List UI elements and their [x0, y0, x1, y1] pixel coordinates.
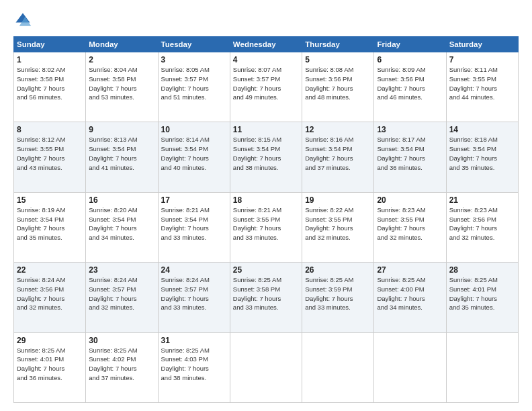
day-info: Sunrise: 8:18 AMSunset: 3:54 PMDaylight:… — [449, 135, 515, 172]
day-info: Sunrise: 8:05 AMSunset: 3:57 PMDaylight:… — [161, 65, 227, 102]
calendar-table: SundayMondayTuesdayWednesdayThursdayFrid… — [13, 36, 519, 403]
logo — [13, 11, 35, 30]
calendar-cell: 1Sunrise: 8:02 AMSunset: 3:58 PMDaylight… — [14, 52, 86, 122]
day-number: 9 — [89, 125, 154, 134]
day-number: 21 — [449, 195, 515, 205]
day-info: Sunrise: 8:25 AMSunset: 4:03 PMDaylight:… — [161, 346, 227, 383]
day-info: Sunrise: 8:25 AMSunset: 3:58 PMDaylight:… — [233, 275, 299, 312]
day-number: 25 — [233, 265, 299, 275]
calendar-header-wednesday: Wednesday — [230, 37, 302, 52]
calendar-cell: 15Sunrise: 8:19 AMSunset: 3:54 PMDayligh… — [14, 192, 86, 262]
day-info: Sunrise: 8:13 AMSunset: 3:54 PMDaylight:… — [89, 135, 154, 172]
calendar-cell: 30Sunrise: 8:25 AMSunset: 4:02 PMDayligh… — [86, 332, 158, 402]
day-number: 1 — [17, 55, 83, 64]
calendar-cell: 25Sunrise: 8:25 AMSunset: 3:58 PMDayligh… — [230, 263, 302, 332]
calendar-cell: 20Sunrise: 8:23 AMSunset: 3:55 PMDayligh… — [374, 192, 446, 262]
day-info: Sunrise: 8:25 AMSunset: 4:01 PMDaylight:… — [17, 346, 83, 383]
logo-icon — [13, 11, 32, 30]
calendar-cell — [230, 332, 302, 402]
day-info: Sunrise: 8:24 AMSunset: 3:57 PMDaylight:… — [89, 275, 154, 312]
calendar-cell: 13Sunrise: 8:17 AMSunset: 3:54 PMDayligh… — [374, 122, 446, 192]
day-number: 26 — [305, 265, 371, 275]
day-number: 15 — [17, 195, 83, 205]
calendar-header-saturday: Saturday — [446, 37, 518, 52]
calendar-cell: 9Sunrise: 8:13 AMSunset: 3:54 PMDaylight… — [86, 122, 158, 192]
calendar-cell: 11Sunrise: 8:15 AMSunset: 3:54 PMDayligh… — [230, 122, 302, 192]
calendar-cell: 7Sunrise: 8:11 AMSunset: 3:55 PMDaylight… — [446, 52, 518, 122]
calendar-cell: 23Sunrise: 8:24 AMSunset: 3:57 PMDayligh… — [86, 263, 158, 332]
day-number: 11 — [233, 125, 299, 134]
day-number: 24 — [161, 265, 227, 275]
day-number: 16 — [89, 195, 154, 205]
day-info: Sunrise: 8:11 AMSunset: 3:55 PMDaylight:… — [449, 65, 515, 102]
day-number: 3 — [161, 55, 227, 64]
calendar-cell: 4Sunrise: 8:07 AMSunset: 3:57 PMDaylight… — [230, 52, 302, 122]
day-number: 4 — [233, 55, 299, 64]
day-info: Sunrise: 8:02 AMSunset: 3:58 PMDaylight:… — [17, 65, 83, 102]
calendar-cell: 21Sunrise: 8:23 AMSunset: 3:56 PMDayligh… — [446, 192, 518, 262]
day-number: 18 — [233, 195, 299, 205]
day-number: 22 — [17, 265, 83, 275]
calendar-header-monday: Monday — [86, 37, 158, 52]
calendar-header-tuesday: Tuesday — [158, 37, 230, 52]
calendar-cell: 18Sunrise: 8:21 AMSunset: 3:55 PMDayligh… — [230, 192, 302, 262]
day-info: Sunrise: 8:16 AMSunset: 3:54 PMDaylight:… — [305, 135, 371, 172]
day-info: Sunrise: 8:08 AMSunset: 3:56 PMDaylight:… — [305, 65, 371, 102]
day-info: Sunrise: 8:12 AMSunset: 3:55 PMDaylight:… — [17, 135, 83, 172]
day-info: Sunrise: 8:25 AMSunset: 3:59 PMDaylight:… — [305, 275, 371, 312]
day-info: Sunrise: 8:21 AMSunset: 3:54 PMDaylight:… — [161, 205, 227, 242]
day-number: 7 — [449, 55, 515, 64]
day-info: Sunrise: 8:25 AMSunset: 4:00 PMDaylight:… — [377, 275, 443, 312]
day-number: 23 — [89, 265, 154, 275]
day-info: Sunrise: 8:15 AMSunset: 3:54 PMDaylight:… — [233, 135, 299, 172]
calendar-cell: 26Sunrise: 8:25 AMSunset: 3:59 PMDayligh… — [302, 263, 374, 332]
calendar-header-row: SundayMondayTuesdayWednesdayThursdayFrid… — [14, 37, 519, 52]
day-number: 31 — [161, 336, 227, 345]
calendar-cell: 17Sunrise: 8:21 AMSunset: 3:54 PMDayligh… — [158, 192, 230, 262]
calendar-cell: 14Sunrise: 8:18 AMSunset: 3:54 PMDayligh… — [446, 122, 518, 192]
day-number: 6 — [377, 55, 443, 64]
calendar-cell: 10Sunrise: 8:14 AMSunset: 3:54 PMDayligh… — [158, 122, 230, 192]
day-number: 19 — [305, 195, 371, 205]
calendar-week-3: 15Sunrise: 8:19 AMSunset: 3:54 PMDayligh… — [14, 192, 519, 262]
day-info: Sunrise: 8:23 AMSunset: 3:56 PMDaylight:… — [449, 205, 515, 242]
day-info: Sunrise: 8:09 AMSunset: 3:56 PMDaylight:… — [377, 65, 443, 102]
calendar-cell: 8Sunrise: 8:12 AMSunset: 3:55 PMDaylight… — [14, 122, 86, 192]
calendar-cell: 24Sunrise: 8:24 AMSunset: 3:57 PMDayligh… — [158, 263, 230, 332]
calendar-header-thursday: Thursday — [302, 37, 374, 52]
calendar-week-2: 8Sunrise: 8:12 AMSunset: 3:55 PMDaylight… — [14, 122, 519, 192]
day-info: Sunrise: 8:14 AMSunset: 3:54 PMDaylight:… — [161, 135, 227, 172]
calendar-cell: 3Sunrise: 8:05 AMSunset: 3:57 PMDaylight… — [158, 52, 230, 122]
day-number: 5 — [305, 55, 371, 64]
day-number: 2 — [89, 55, 154, 64]
page: SundayMondayTuesdayWednesdayThursdayFrid… — [0, 0, 532, 411]
calendar-cell: 16Sunrise: 8:20 AMSunset: 3:54 PMDayligh… — [86, 192, 158, 262]
day-number: 29 — [17, 336, 83, 345]
calendar-week-5: 29Sunrise: 8:25 AMSunset: 4:01 PMDayligh… — [14, 332, 519, 402]
day-info: Sunrise: 8:24 AMSunset: 3:57 PMDaylight:… — [161, 275, 227, 312]
day-number: 14 — [449, 125, 515, 134]
day-info: Sunrise: 8:19 AMSunset: 3:54 PMDaylight:… — [17, 205, 83, 242]
calendar-header-friday: Friday — [374, 37, 446, 52]
day-info: Sunrise: 8:04 AMSunset: 3:58 PMDaylight:… — [89, 65, 154, 102]
calendar-cell: 6Sunrise: 8:09 AMSunset: 3:56 PMDaylight… — [374, 52, 446, 122]
day-number: 20 — [377, 195, 443, 205]
day-info: Sunrise: 8:17 AMSunset: 3:54 PMDaylight:… — [377, 135, 443, 172]
day-info: Sunrise: 8:23 AMSunset: 3:55 PMDaylight:… — [377, 205, 443, 242]
day-info: Sunrise: 8:25 AMSunset: 4:02 PMDaylight:… — [89, 346, 154, 383]
day-info: Sunrise: 8:22 AMSunset: 3:55 PMDaylight:… — [305, 205, 371, 242]
day-number: 27 — [377, 265, 443, 275]
calendar-cell: 28Sunrise: 8:25 AMSunset: 4:01 PMDayligh… — [446, 263, 518, 332]
calendar-cell — [446, 332, 518, 402]
calendar-header-sunday: Sunday — [14, 37, 86, 52]
calendar-cell — [374, 332, 446, 402]
calendar-cell: 5Sunrise: 8:08 AMSunset: 3:56 PMDaylight… — [302, 52, 374, 122]
calendar-cell: 31Sunrise: 8:25 AMSunset: 4:03 PMDayligh… — [158, 332, 230, 402]
calendar-week-1: 1Sunrise: 8:02 AMSunset: 3:58 PMDaylight… — [14, 52, 519, 122]
day-info: Sunrise: 8:20 AMSunset: 3:54 PMDaylight:… — [89, 205, 154, 242]
day-number: 28 — [449, 265, 515, 275]
calendar-cell: 29Sunrise: 8:25 AMSunset: 4:01 PMDayligh… — [14, 332, 86, 402]
calendar-cell: 2Sunrise: 8:04 AMSunset: 3:58 PMDaylight… — [86, 52, 158, 122]
day-number: 10 — [161, 125, 227, 134]
day-info: Sunrise: 8:24 AMSunset: 3:56 PMDaylight:… — [17, 275, 83, 312]
